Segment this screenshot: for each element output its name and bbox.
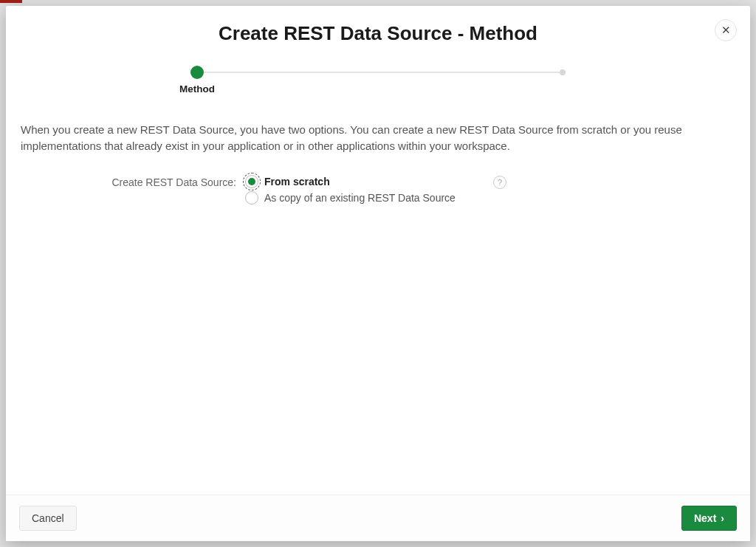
wizard-step-future [560, 69, 566, 75]
radio-icon [245, 175, 258, 188]
wizard-step-current [190, 66, 204, 79]
cancel-button[interactable]: Cancel [19, 506, 77, 531]
close-button[interactable]: ✕ [715, 19, 737, 41]
radio-icon [245, 191, 258, 204]
create-method-label: Create REST Data Source: [21, 175, 236, 188]
dialog-header: Create REST Data Source - Method ✕ Metho… [6, 6, 750, 83]
next-button[interactable]: Next › [681, 506, 737, 531]
option-label: As copy of an existing REST Data Source [264, 192, 456, 204]
chevron-right-icon: › [721, 513, 724, 523]
dialog-description: When you create a new REST Data Source, … [21, 122, 735, 154]
wizard-progress: Method [190, 66, 566, 83]
option-from-scratch[interactable]: From scratch [245, 175, 467, 188]
help-icon[interactable]: ? [493, 176, 506, 189]
help-column: ? [475, 175, 506, 189]
create-method-field: Create REST Data Source: From scratch As… [21, 175, 735, 207]
close-icon: ✕ [721, 24, 731, 36]
cancel-button-label: Cancel [32, 512, 64, 524]
dialog-footer: Cancel Next › [6, 495, 750, 541]
next-button-label: Next [694, 512, 716, 524]
option-label: From scratch [264, 176, 330, 188]
wizard-step-label: Method [179, 83, 215, 94]
dialog-title: Create REST Data Source - Method [21, 22, 735, 45]
radio-inner-icon [248, 178, 255, 185]
dialog-body: When you create a new REST Data Source, … [6, 83, 750, 495]
create-rest-data-source-dialog: Create REST Data Source - Method ✕ Metho… [6, 6, 750, 541]
option-as-copy[interactable]: As copy of an existing REST Data Source [245, 191, 467, 204]
wizard-line [190, 72, 566, 73]
create-method-options: From scratch As copy of an existing REST… [245, 175, 467, 207]
